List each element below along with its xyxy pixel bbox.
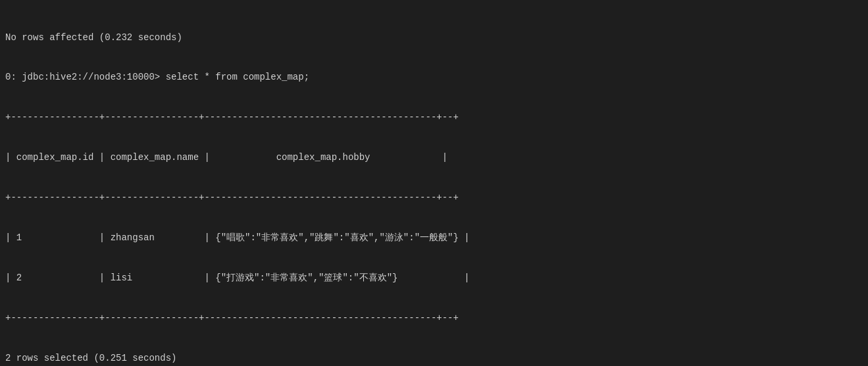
terminal-line-4: | complex_map.id | complex_map.name | co…: [5, 151, 863, 164]
terminal-line-3: +----------------+-----------------+----…: [5, 111, 863, 124]
terminal-line-5: +----------------+-----------------+----…: [5, 191, 863, 204]
terminal-line-2: 0: jdbc:hive2://node3:10000> select * fr…: [5, 70, 863, 84]
terminal-line-9: 2 rows selected (0.251 seconds): [5, 352, 863, 365]
terminal-window[interactable]: No rows affected (0.232 seconds) 0: jdbc…: [0, 0, 868, 366]
terminal-line-6: | 1 | zhangsan | {"唱歌":"非常喜欢","跳舞":"喜欢",…: [5, 231, 863, 244]
terminal-line-1: No rows affected (0.232 seconds): [5, 31, 863, 44]
terminal-line-8: +----------------+-----------------+----…: [5, 311, 863, 325]
terminal-line-7: | 2 | lisi | {"打游戏":"非常喜欢","篮球":"不喜欢"} |: [5, 271, 863, 284]
